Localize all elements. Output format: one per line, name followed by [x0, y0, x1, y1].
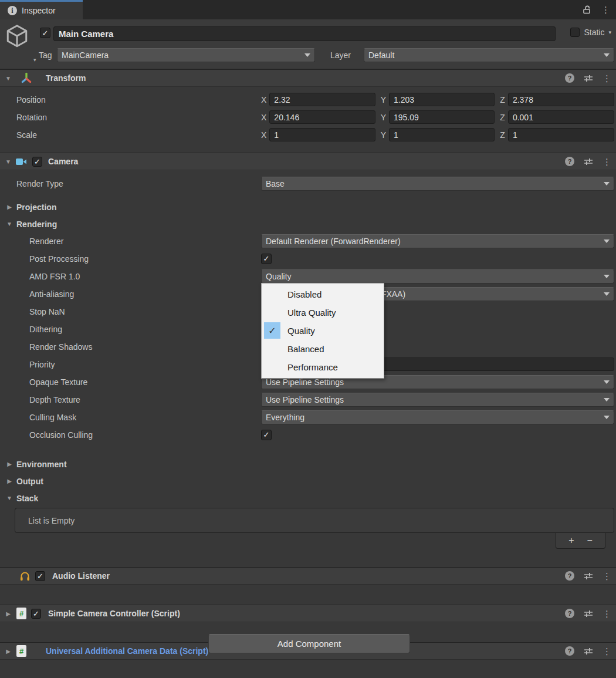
renderer-row: Renderer Default Renderer (ForwardRender…	[0, 234, 616, 248]
foldout-open-icon[interactable]: ▼	[5, 75, 12, 82]
kebab-menu-icon[interactable]: ⋮	[603, 647, 611, 656]
menu-item-balanced[interactable]: Balanced	[262, 340, 384, 358]
dropdown-arrow-icon	[604, 240, 610, 243]
transform-component: ▼ Transform ? ⋮ Position	[0, 69, 616, 145]
help-icon[interactable]: ?	[565, 571, 574, 581]
axis-x-label: X	[261, 130, 266, 140]
dithering-label: Dithering	[0, 325, 261, 334]
kebab-menu-icon[interactable]: ⋮	[603, 609, 611, 618]
render-type-dropdown[interactable]: Base	[261, 177, 614, 191]
output-label: Output	[16, 477, 43, 486]
scale-y-field[interactable]: 1	[389, 128, 495, 141]
foldout-open-icon[interactable]: ▼	[5, 158, 12, 165]
layer-dropdown[interactable]: Default	[364, 48, 614, 62]
icon-select-arrow-icon[interactable]: ▾	[33, 57, 36, 63]
foldout-open-icon: ▼	[6, 221, 13, 227]
scale-x-field[interactable]: 1	[269, 128, 375, 141]
help-icon[interactable]: ?	[565, 157, 574, 166]
menu-item-disabled[interactable]: Disabled	[262, 285, 384, 303]
render-type-label: Render Type	[0, 179, 261, 188]
stack-list-footer: + −	[556, 533, 605, 549]
lock-icon[interactable]	[582, 5, 592, 15]
help-icon[interactable]: ?	[565, 73, 574, 83]
script-enabled-checkbox[interactable]: ✓	[31, 609, 41, 619]
foldout-open-icon: ▼	[6, 495, 13, 501]
kebab-menu-icon[interactable]: ⋮	[603, 572, 611, 581]
hash-glyph: #	[19, 647, 23, 656]
amd-fsr-dropdown[interactable]: Quality	[261, 269, 614, 284]
render-shadows-label: Render Shadows	[0, 342, 261, 352]
add-component-button[interactable]: Add Component	[208, 634, 410, 653]
remove-item-button[interactable]: −	[587, 536, 593, 545]
gameobject-name-field[interactable]: Main Camera	[53, 26, 556, 41]
tag-dropdown[interactable]: MainCamera	[57, 48, 315, 62]
stack-list: List is Empty	[15, 508, 614, 533]
environment-label: Environment	[16, 460, 67, 469]
help-icon[interactable]: ?	[565, 646, 574, 656]
projection-label: Projection	[16, 203, 56, 212]
presets-icon[interactable]	[583, 157, 594, 166]
add-item-button[interactable]: +	[568, 536, 574, 545]
post-processing-row: Post Processing ✓	[0, 251, 616, 266]
check-icon: ✓	[42, 29, 49, 38]
presets-icon[interactable]	[583, 647, 594, 656]
transform-header[interactable]: ▼ Transform ? ⋮	[0, 69, 616, 87]
scale-label: Scale	[0, 130, 261, 140]
check-icon: ✓	[34, 157, 40, 166]
help-icon[interactable]: ?	[565, 609, 574, 618]
menu-item-quality[interactable]: ✓ Quality	[262, 322, 384, 340]
scale-row: Scale X1 Y1 Z1	[0, 127, 616, 142]
rendering-foldout[interactable]: ▼ Rendering	[0, 217, 616, 231]
camera-enabled-checkbox[interactable]: ✓	[32, 157, 42, 167]
environment-foldout[interactable]: ▶ Environment	[0, 457, 616, 471]
occlusion-culling-checkbox[interactable]: ✓	[261, 430, 272, 440]
layer-label: Layer	[330, 50, 351, 60]
presets-icon[interactable]	[583, 74, 594, 83]
stack-foldout[interactable]: ▼ Stack	[0, 491, 616, 505]
kebab-menu-icon[interactable]: ⋮	[603, 74, 611, 83]
rotation-y-field[interactable]: 195.09	[389, 110, 495, 124]
foldout-closed-icon: ▶	[6, 461, 13, 467]
renderer-dropdown[interactable]: Default Renderer (ForwardRenderer)	[261, 234, 614, 248]
audio-listener-header[interactable]: ✓ Audio Listener ? ⋮	[0, 567, 616, 585]
scale-z-field[interactable]: 1	[508, 128, 614, 141]
dropdown-arrow-icon	[304, 53, 310, 57]
foldout-closed-icon: ▶	[6, 478, 13, 484]
info-icon: i	[8, 6, 17, 15]
menu-item-ultra-quality[interactable]: Ultra Quality	[262, 303, 384, 322]
tag-label: Tag	[39, 50, 52, 60]
kebab-menu-icon[interactable]: ⋮	[603, 157, 611, 166]
dropdown-arrow-icon	[604, 53, 610, 57]
static-checkbox[interactable]	[570, 28, 580, 37]
position-y-field[interactable]: 1.203	[389, 93, 495, 106]
amd-fsr-row: AMD FSR 1.0 Quality	[0, 269, 616, 284]
tab-inspector[interactable]: i Inspector	[0, 0, 83, 19]
camera-header[interactable]: ▼ ✓ Camera ? ⋮	[0, 153, 616, 170]
layer-value: Default	[368, 50, 394, 60]
gameobject-active-checkbox[interactable]: ✓	[40, 28, 50, 38]
gameobject-cube-icon[interactable]	[5, 23, 29, 50]
hash-glyph: #	[19, 609, 23, 618]
kebab-menu-icon[interactable]: ⋮	[601, 5, 610, 14]
static-dropdown-arrow-icon[interactable]: ▾	[608, 29, 611, 35]
gameobject-header: ▾ ✓ Main Camera Static ▾ Tag MainCamera …	[0, 19, 616, 69]
audio-listener-enabled-checkbox[interactable]: ✓	[35, 571, 45, 581]
presets-icon[interactable]	[583, 572, 594, 581]
culling-mask-dropdown[interactable]: Everything	[261, 410, 614, 424]
output-foldout[interactable]: ▶ Output	[0, 474, 616, 488]
rotation-x-field[interactable]: 20.146	[269, 110, 375, 124]
menu-item-performance[interactable]: Performance	[262, 358, 384, 376]
foldout-closed-icon[interactable]: ▶	[5, 610, 12, 617]
foldout-closed-icon[interactable]: ▶	[5, 648, 12, 655]
depth-texture-dropdown[interactable]: Use Pipeline Settings	[261, 393, 614, 407]
position-z-field[interactable]: 2.378	[508, 93, 614, 106]
presets-icon[interactable]	[583, 609, 594, 618]
projection-foldout[interactable]: ▶ Projection	[0, 200, 616, 214]
amd-fsr-value: Quality	[266, 272, 292, 281]
simple-camera-controller-header[interactable]: ▶ # ✓ Simple Camera Controller (Script) …	[0, 605, 616, 622]
universal-additional-camera-data-title: Universal Additional Camera Data (Script…	[46, 646, 208, 656]
rotation-z-field[interactable]: 0.001	[508, 110, 614, 124]
post-processing-checkbox[interactable]: ✓	[261, 254, 272, 264]
static-control[interactable]: Static ▾	[570, 28, 611, 37]
position-x-field[interactable]: 2.32	[269, 93, 375, 106]
